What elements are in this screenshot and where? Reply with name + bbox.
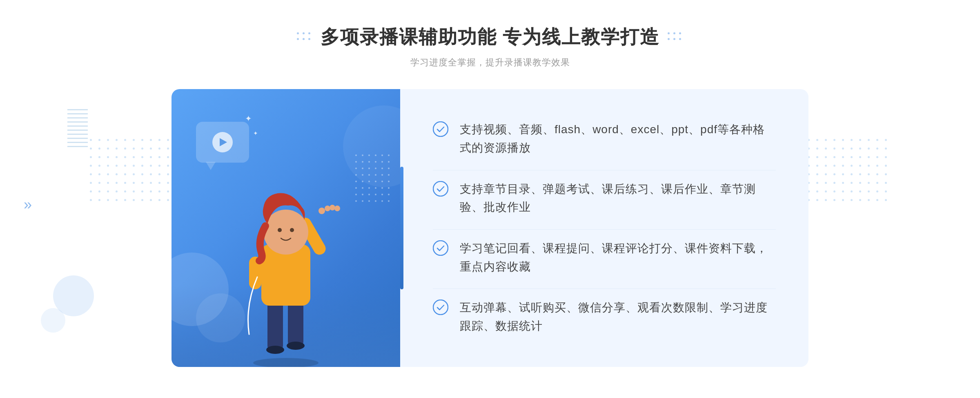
title-dots-left (297, 32, 312, 42)
dots-pattern-left: const dl = document.currentScript.parent… (90, 139, 172, 204)
svg-point-12 (325, 206, 330, 211)
stripe-decoration (67, 106, 88, 147)
svg-point-17 (433, 241, 448, 255)
outer-circle-2 (41, 308, 65, 333)
chevron-left-icon: » (24, 196, 32, 213)
page-subtitle: 学习进度全掌握，提升录播课教学效果 (297, 56, 684, 69)
svg-point-3 (266, 346, 284, 354)
feature-text-4: 互动弹幕、试听购买、微信分享、观看次数限制、学习进度跟踪、数据统计 (460, 299, 776, 335)
title-row: 多项录播课辅助功能 专为线上教学打造 (297, 25, 684, 50)
check-icon-2 (433, 181, 448, 197)
person-illustration (225, 163, 347, 367)
dots-pattern-right: const dr = document.currentScript.parent… (808, 139, 890, 204)
feature-item-1: 支持视频、音频、flash、word、excel、ppt、pdf等各种格式的资源… (433, 111, 776, 167)
illus-dots: const id = document.currentScript.parent… (355, 154, 392, 204)
sparkle-icon-2: ✦ (253, 130, 258, 136)
svg-point-9 (278, 228, 282, 232)
title-dots-right (668, 32, 683, 42)
header-section: 多项录播课辅助功能 专为线上教学打造 学习进度全掌握，提升录播课教学效果 (297, 25, 684, 69)
feature-item-4: 互动弹幕、试听购买、微信分享、观看次数限制、学习进度跟踪、数据统计 (433, 288, 776, 345)
feature-item-3: 学习笔记回看、课程提问、课程评论打分、课件资料下载，重点内容收藏 (433, 229, 776, 286)
svg-point-15 (433, 122, 448, 136)
feature-text-1: 支持视频、音频、flash、word、excel、ppt、pdf等各种格式的资源… (460, 121, 776, 157)
check-icon-1 (433, 121, 448, 137)
play-triangle (220, 138, 227, 146)
check-icon-4 (433, 300, 448, 315)
sparkle-icon-1: ✦ (245, 114, 252, 123)
feature-text-3: 学习笔记回看、课程提问、课程评论打分、课件资料下载，重点内容收藏 (460, 239, 776, 276)
page-container: const dl = document.currentScript.parent… (0, 0, 980, 398)
svg-point-18 (433, 300, 448, 315)
svg-point-0 (253, 358, 318, 367)
feature-item-2: 支持章节目录、弹题考试、课后练习、课后作业、章节测验、批改作业 (433, 170, 776, 227)
play-icon (212, 132, 233, 152)
side-bar-decoration (400, 167, 403, 289)
features-area: 支持视频、音频、flash、word、excel、ppt、pdf等各种格式的资源… (400, 89, 808, 367)
svg-point-14 (334, 206, 340, 211)
svg-point-16 (433, 181, 448, 196)
main-content: const id = document.currentScript.parent… (172, 89, 808, 367)
svg-point-10 (290, 228, 294, 232)
svg-point-11 (318, 208, 325, 214)
play-bubble (196, 122, 249, 163)
page-title: 多项录播课辅助功能 专为线上教学打造 (321, 25, 660, 50)
svg-point-4 (287, 342, 305, 350)
svg-point-13 (330, 205, 335, 210)
check-icon-3 (433, 240, 448, 256)
feature-text-2: 支持章节目录、弹题考试、课后练习、课后作业、章节测验、批改作业 (460, 180, 776, 217)
illustration-area: const id = document.currentScript.parent… (172, 89, 400, 367)
